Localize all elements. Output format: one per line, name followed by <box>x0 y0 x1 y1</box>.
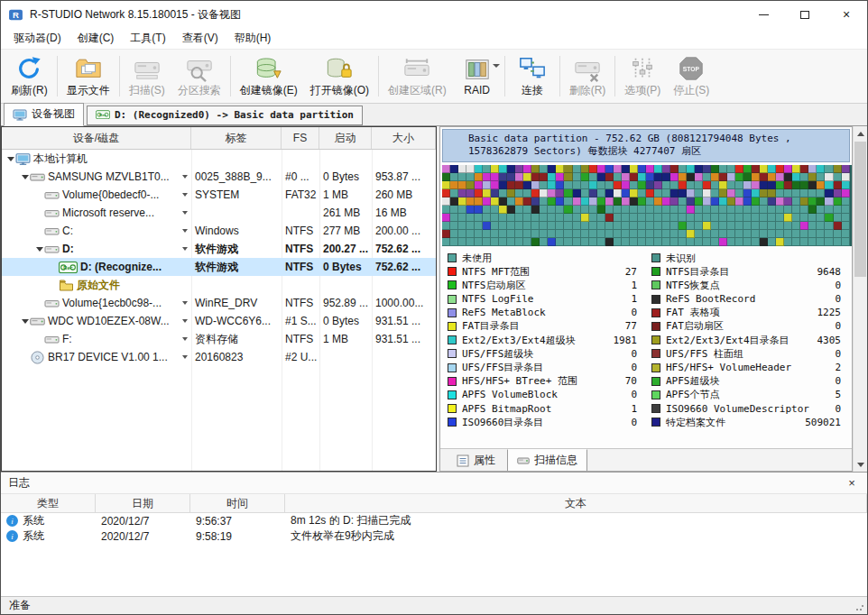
map-cell <box>727 230 735 238</box>
map-cell <box>670 206 679 214</box>
log-row-1[interactable]: i系统2020/12/79:58:19文件枚举在9秒内完成 <box>1 528 867 544</box>
tree-row-8[interactable]: Volume{1ecb0c98-...WinRE_DRVNTFS952.89 .… <box>2 294 436 312</box>
tree-row-10[interactable]: F:资料存储NTFS1 MB931.51 ... <box>2 330 436 348</box>
scroll-down-icon[interactable] <box>854 457 868 472</box>
maximize-button[interactable] <box>784 1 826 28</box>
column-header-0[interactable]: 设备/磁盘 <box>2 127 191 149</box>
scroll-up-icon[interactable] <box>854 126 868 141</box>
close-button[interactable]: × <box>826 1 867 28</box>
tree-row-11[interactable]: BR17 DEVICE V1.00 1...20160823#2 U... <box>2 348 436 366</box>
map-cell <box>719 222 727 230</box>
map-cell <box>515 230 523 238</box>
log-column-header-2[interactable]: 时间 <box>190 494 285 512</box>
tab-scan-info[interactable]: 扫描信息 <box>507 449 587 472</box>
log-column-header-1[interactable]: 日期 <box>96 494 190 512</box>
map-cell <box>540 238 548 246</box>
map-cell <box>556 189 564 197</box>
tree-row-6[interactable]: RecD: (Recognize...软件游戏NTFS0 Bytes752.62… <box>2 258 436 276</box>
tab-device-view[interactable]: 设备视图 <box>4 103 84 126</box>
legend-item-right-7: UFS/FFS 柱面组0 <box>651 348 846 359</box>
dropdown-arrow-icon[interactable] <box>493 64 500 68</box>
legend-count: 1 <box>631 280 642 291</box>
tree-row-9[interactable]: WDC WD10EZEX-08W...WD-WCC6Y6...#1 S...0 … <box>2 312 436 330</box>
map-cell <box>548 165 556 173</box>
map-cell <box>458 189 466 197</box>
raid-button[interactable]: RAID <box>453 51 502 101</box>
map-cell <box>703 222 711 230</box>
tree-row-4[interactable]: C:WindowsNTFS277 MB200.00 ... <box>2 222 436 240</box>
refresh-button[interactable]: 刷新(R) <box>5 51 54 101</box>
column-header-3[interactable]: 启动 <box>319 127 372 149</box>
legend-label: Ext2/Ext3/Ext4超级块 <box>462 334 576 347</box>
legend-item-left-3: NTFS LogFile1 <box>448 294 642 305</box>
scrollbar-thumb[interactable] <box>854 142 866 277</box>
log-column-header-0[interactable]: 类型 <box>1 494 96 512</box>
open-image-button[interactable]: 打开镜像(O) <box>304 51 375 101</box>
show-files-button[interactable]: 显示文件 <box>60 51 116 101</box>
right-scrollbar[interactable] <box>853 126 867 472</box>
menu-item-0[interactable]: 驱动器(D) <box>5 27 69 50</box>
tree-row-1[interactable]: SAMSUNG MZVLB1T0...0025_388B_9...#0 ...0… <box>2 168 436 186</box>
expander-icon[interactable] <box>5 157 15 161</box>
combo-arrow-icon[interactable] <box>182 247 188 251</box>
log-row-0[interactable]: i系统2020/12/79:56:378m 12s 的 D: 扫描已完成 <box>1 513 867 528</box>
legend-item-right-4: FAT 表格项1225 <box>651 308 846 318</box>
tree-row-3[interactable]: Microsoft reserve...261 MB16 MB <box>2 204 436 222</box>
legend-swatch <box>651 295 660 304</box>
block-map[interactable] <box>442 165 852 246</box>
map-cell <box>646 230 654 238</box>
combo-arrow-icon[interactable] <box>182 211 188 215</box>
tree-row-5[interactable]: D:软件游戏NTFS200.27 ...752.62 ... <box>2 240 436 258</box>
legend-count: 1 <box>631 403 642 415</box>
column-header-1[interactable]: 标签 <box>191 127 282 149</box>
map-cell <box>834 181 842 189</box>
map-cell <box>581 189 589 197</box>
log-title-bar: 日志 × <box>1 473 867 494</box>
combo-arrow-icon[interactable] <box>182 301 188 305</box>
combo-arrow-icon[interactable] <box>182 229 188 233</box>
tab-properties[interactable]: 属性 <box>448 450 504 472</box>
menu-item-2[interactable]: 工具(T) <box>122 27 173 50</box>
map-cell <box>442 214 450 222</box>
menu-item-1[interactable]: 创建(C) <box>69 27 123 50</box>
tree-row-2[interactable]: Volume{0bedecf0-...SYSTEMFAT321 MB260 MB <box>2 186 436 204</box>
log-close-button[interactable]: × <box>844 476 860 490</box>
combo-arrow-icon[interactable] <box>182 355 188 359</box>
partition-search-icon <box>186 55 213 82</box>
column-header-4[interactable]: 大小 <box>372 127 436 149</box>
map-cell <box>719 197 727 206</box>
column-header-2[interactable]: FS <box>282 127 319 149</box>
combo-arrow-icon[interactable] <box>182 337 188 341</box>
map-cell <box>523 165 531 173</box>
fs-cell: NTFS <box>282 330 319 348</box>
tab-recognized-partition[interactable]: RecD: (Recognized0) -> Basic data partit… <box>87 106 363 125</box>
combo-arrow-icon[interactable] <box>182 193 188 197</box>
legend-item-right-6: Ext2/Ext3/Ext4目录条目4305 <box>651 335 846 345</box>
toolbar-separator <box>614 56 615 96</box>
expander-icon[interactable] <box>34 247 44 252</box>
combo-arrow-icon[interactable] <box>182 175 188 179</box>
menu-item-4[interactable]: 帮助(H) <box>226 27 280 50</box>
map-cell <box>743 230 752 238</box>
expander-icon[interactable] <box>20 175 30 179</box>
create-image-button[interactable]: 创建镜像(E) <box>234 51 304 101</box>
map-cell <box>834 214 842 222</box>
minimize-button[interactable] <box>743 1 784 28</box>
log-column-header-3[interactable]: 文本 <box>285 494 867 512</box>
map-cell <box>808 173 817 181</box>
map-cell <box>792 197 800 206</box>
connect-button[interactable]: 连接 <box>508 51 557 101</box>
map-cell <box>719 189 727 197</box>
device-name: SAMSUNG MZVLB1T0... <box>48 170 170 183</box>
expander-icon[interactable] <box>20 319 30 324</box>
map-cell <box>703 181 711 189</box>
legend-label: NTFS启动扇区 <box>462 279 526 292</box>
resize-grip[interactable] <box>855 602 864 611</box>
map-cell <box>523 238 531 246</box>
tree-row-0[interactable]: 本地计算机 <box>2 150 436 168</box>
legend-count: 9648 <box>817 266 847 278</box>
combo-arrow-icon[interactable] <box>182 319 188 323</box>
menu-item-3[interactable]: 查看(V) <box>174 27 226 50</box>
map-cell <box>646 165 654 173</box>
tree-row-7[interactable]: 原始文件 <box>2 276 436 294</box>
